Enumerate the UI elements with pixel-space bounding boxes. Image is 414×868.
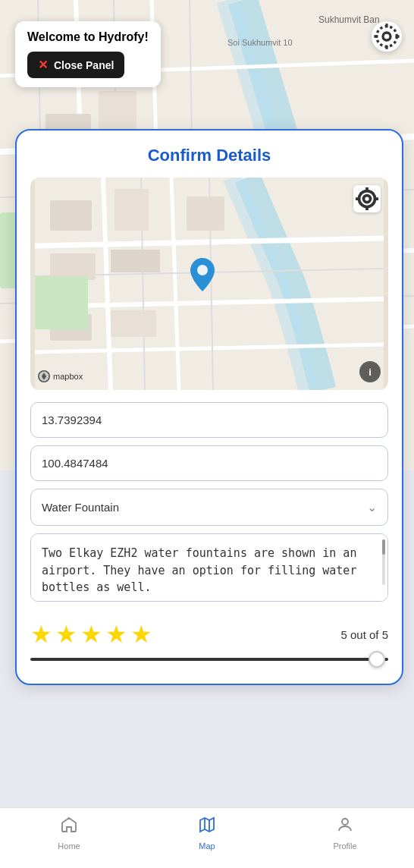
mini-map-location-button[interactable] xyxy=(353,185,381,212)
map-icon xyxy=(198,816,216,838)
welcome-title: Welcome to Hydrofy! xyxy=(27,30,149,44)
svg-rect-30 xyxy=(50,200,92,231)
nav-item-profile[interactable]: Profile xyxy=(322,816,368,851)
svg-point-20 xyxy=(377,27,397,47)
svg-point-38 xyxy=(197,265,208,275)
home-icon xyxy=(60,816,78,838)
close-panel-button[interactable]: ✕ Close Panel xyxy=(27,52,124,78)
slider-thumb[interactable] xyxy=(369,651,385,668)
svg-text:Sukhumvit Ban: Sukhumvit Ban xyxy=(318,14,380,25)
chevron-down-icon: ⌄ xyxy=(367,500,377,514)
mapbox-label: mapbox xyxy=(53,372,83,381)
mini-map[interactable]: i mapbox xyxy=(30,178,388,390)
svg-rect-36 xyxy=(187,197,224,231)
main-map-location-button[interactable] xyxy=(372,21,402,52)
star-3[interactable]: ★ xyxy=(80,620,102,649)
info-icon: i xyxy=(369,366,372,378)
star-5[interactable]: ★ xyxy=(130,620,152,649)
textarea-scrollbar xyxy=(382,539,385,585)
nav-label-map: Map xyxy=(199,841,215,851)
longitude-input[interactable] xyxy=(30,445,388,481)
textarea-scrollbar-thumb xyxy=(382,539,385,555)
stars-container[interactable]: ★ ★ ★ ★ ★ xyxy=(30,620,152,649)
confirm-details-card: Confirm Details xyxy=(15,129,403,685)
svg-point-40 xyxy=(359,191,375,207)
svg-rect-31 xyxy=(114,189,149,231)
slider-row[interactable] xyxy=(30,658,388,661)
rating-text: 5 out of 5 xyxy=(340,628,388,641)
welcome-panel: Welcome to Hydrofy! ✕ Close Panel xyxy=(15,21,161,87)
svg-rect-33 xyxy=(111,250,160,272)
svg-rect-32 xyxy=(50,253,96,280)
svg-text:Soi Sukhumvit 10: Soi Sukhumvit 10 xyxy=(227,38,293,47)
star-1[interactable]: ★ xyxy=(30,620,52,649)
star-4[interactable]: ★ xyxy=(105,620,127,649)
svg-rect-37 xyxy=(35,276,88,329)
bottom-navigation: Home Map Profile xyxy=(0,807,414,868)
nav-label-home: Home xyxy=(58,841,80,851)
svg-point-19 xyxy=(383,33,390,40)
nav-label-profile: Profile xyxy=(333,841,356,851)
svg-point-45 xyxy=(342,819,348,825)
type-dropdown[interactable]: Water Fountain ⌄ xyxy=(30,489,388,526)
latitude-input[interactable] xyxy=(30,402,388,438)
rating-row: ★ ★ ★ ★ ★ 5 out of 5 xyxy=(30,620,388,649)
mapbox-logo: mapbox xyxy=(38,370,83,382)
svg-rect-35 xyxy=(111,310,156,337)
card-title: Confirm Details xyxy=(30,146,388,165)
description-wrapper: Two Elkay EZH2 water fountains are shown… xyxy=(30,533,388,612)
star-2[interactable]: ★ xyxy=(55,620,77,649)
profile-icon xyxy=(336,816,354,838)
close-icon: ✕ xyxy=(38,58,48,72)
slider-track[interactable] xyxy=(30,658,388,661)
description-textarea[interactable]: Two Elkay EZH2 water fountains are shown… xyxy=(30,533,388,602)
mini-map-info-button[interactable]: i xyxy=(359,361,381,382)
svg-marker-42 xyxy=(200,818,214,832)
type-dropdown-value: Water Fountain xyxy=(42,501,119,514)
mapbox-logo-icon xyxy=(38,370,50,382)
nav-item-map[interactable]: Map xyxy=(184,816,230,851)
nav-item-home[interactable]: Home xyxy=(46,816,92,851)
close-panel-label: Close Panel xyxy=(54,59,114,71)
svg-point-39 xyxy=(364,196,371,203)
map-pin xyxy=(190,258,215,294)
